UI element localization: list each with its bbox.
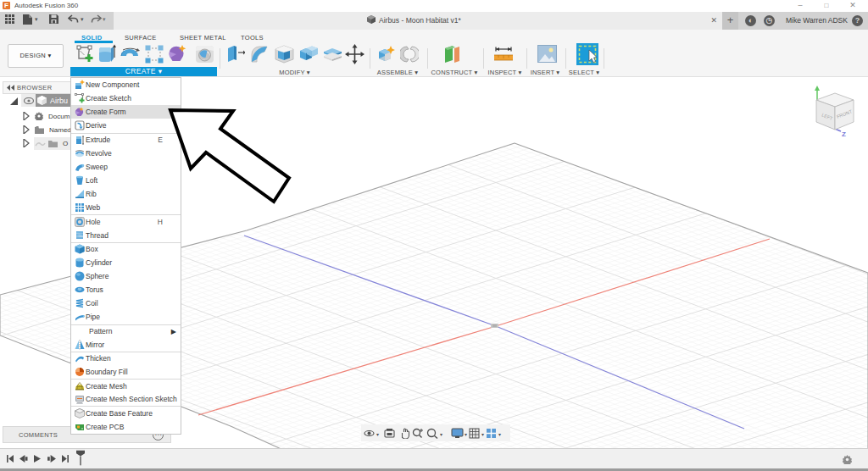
svg-text:Z: Z [842, 130, 846, 138]
